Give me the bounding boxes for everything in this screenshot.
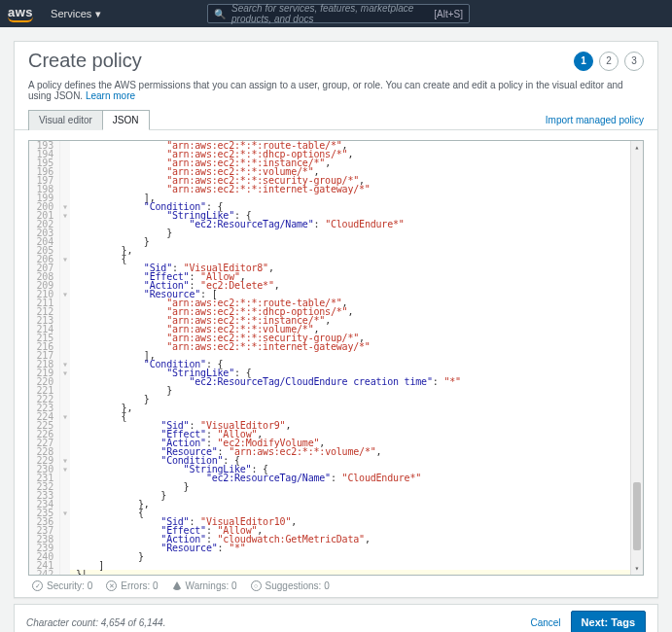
step-2[interactable]: 2 (599, 52, 619, 71)
step-3[interactable]: 3 (624, 52, 644, 71)
fold-icon (60, 334, 70, 342)
fold-icon (60, 517, 70, 526)
fold-icon (60, 561, 70, 570)
fold-icon (60, 552, 70, 561)
code-text: } (70, 552, 643, 561)
aws-logo[interactable]: aws (8, 5, 33, 22)
code-text: } (70, 395, 643, 404)
fold-icon (60, 298, 70, 307)
code-text: } (70, 237, 643, 246)
code-text: }| (70, 570, 643, 575)
fold-icon (60, 220, 70, 228)
code-line[interactable]: 240 } (29, 552, 643, 561)
scroll-up-icon[interactable]: ▴ (631, 141, 643, 154)
error-icon: ✕ (106, 580, 117, 591)
fold-icon (60, 439, 70, 447)
import-managed-policy-link[interactable]: Import managed policy (546, 115, 644, 129)
code-line[interactable]: 241 ] (29, 561, 643, 570)
code-text: }, (70, 404, 643, 412)
fold-icon[interactable]: ▾ (60, 465, 70, 474)
code-text: } (70, 386, 643, 395)
character-count: Character count: 4,654 of 6,144. (26, 617, 165, 628)
fold-icon (60, 263, 70, 272)
fold-icon (60, 185, 70, 193)
code-text: }, (70, 500, 643, 509)
search-placeholder: Search for services, features, marketpla… (231, 3, 434, 24)
fold-icon (60, 150, 70, 158)
fold-icon[interactable]: ▾ (60, 412, 70, 421)
json-editor[interactable]: 193 "arn:aws:ec2:*:*:route-table/*",194 … (28, 140, 644, 576)
fold-icon (60, 272, 70, 281)
page-title: Create policy (28, 50, 142, 72)
shield-icon: ✓ (32, 580, 43, 591)
fold-icon[interactable]: ▾ (60, 369, 70, 377)
search-shortcut: [Alt+S] (434, 9, 463, 19)
footer-bar: Character count: 4,654 of 6,144. Cancel … (14, 604, 658, 632)
fold-icon (60, 430, 70, 439)
fold-icon (60, 386, 70, 395)
fold-icon (60, 342, 70, 351)
services-menu[interactable]: Services ▾ (51, 8, 101, 20)
chevron-down-icon: ▾ (95, 8, 101, 20)
status-warnings[interactable]: Warnings: 0 (172, 580, 237, 591)
fold-icon (60, 421, 70, 430)
bulb-icon: ○ (251, 580, 262, 591)
cancel-button[interactable]: Cancel (530, 617, 560, 628)
fold-icon[interactable]: ▾ (60, 290, 70, 298)
learn-more-link[interactable]: Learn more (86, 90, 135, 101)
fold-icon (60, 395, 70, 404)
page-description: A policy defines the AWS permissions tha… (15, 80, 657, 109)
create-policy-card: Create policy 1 2 3 A policy defines the… (14, 41, 658, 598)
tab-visual-editor[interactable]: Visual editor (28, 110, 103, 130)
warning-icon (172, 581, 182, 590)
status-security[interactable]: ✓Security: 0 (32, 580, 92, 591)
vertical-scrollbar[interactable]: ▴ ▾ (630, 141, 643, 575)
fold-icon (60, 526, 70, 535)
services-label: Services (51, 8, 91, 19)
fold-icon (60, 176, 70, 185)
code-text: } (70, 491, 643, 500)
fold-icon (60, 474, 70, 482)
fold-icon (60, 167, 70, 176)
scrollbar-thumb[interactable] (633, 482, 641, 550)
code-text: "Resource": "*" (70, 544, 643, 552)
step-1[interactable]: 1 (574, 52, 593, 71)
fold-icon (60, 316, 70, 325)
wizard-steps: 1 2 3 (574, 52, 644, 71)
fold-icon (60, 325, 70, 334)
fold-icon[interactable]: ▾ (60, 211, 70, 220)
fold-icon (60, 544, 70, 552)
fold-icon (60, 535, 70, 544)
fold-icon (60, 482, 70, 491)
tab-json[interactable]: JSON (102, 110, 150, 130)
fold-icon[interactable]: ▾ (60, 255, 70, 263)
search-icon: 🔍 (214, 9, 226, 19)
line-number: 242 (29, 570, 60, 575)
fold-icon (60, 228, 70, 237)
code-text: }, (70, 246, 643, 255)
status-errors[interactable]: ✕Errors: 0 (106, 580, 158, 591)
fold-icon (60, 237, 70, 246)
code-text: "arn:aws:ec2:*:*:internet-gateway/*" (70, 342, 643, 351)
aws-logo-text: aws (8, 5, 33, 19)
code-text: ] (70, 561, 643, 570)
editor-status-row: ✓Security: 0 ✕Errors: 0 Warnings: 0 ○Sug… (28, 576, 644, 591)
fold-icon (60, 141, 70, 150)
global-search[interactable]: 🔍 Search for services, features, marketp… (207, 4, 470, 23)
next-tags-button[interactable]: Next: Tags (571, 611, 646, 632)
fold-icon (60, 158, 70, 167)
fold-icon[interactable]: ▾ (60, 509, 70, 517)
scroll-down-icon[interactable]: ▾ (631, 562, 643, 575)
code-lines[interactable]: 193 "arn:aws:ec2:*:*:route-table/*",194 … (29, 141, 643, 575)
status-suggestions[interactable]: ○Suggestions: 0 (251, 580, 330, 591)
code-text: "arn:aws:ec2:*:*:internet-gateway/*" (70, 185, 643, 193)
fold-icon (60, 307, 70, 316)
code-line[interactable]: 242}| (29, 570, 643, 575)
fold-icon (60, 570, 70, 575)
fold-icon (60, 377, 70, 386)
top-nav: aws Services ▾ 🔍 Search for services, fe… (0, 0, 672, 27)
fold-icon (60, 491, 70, 500)
code-text: } (70, 228, 643, 237)
